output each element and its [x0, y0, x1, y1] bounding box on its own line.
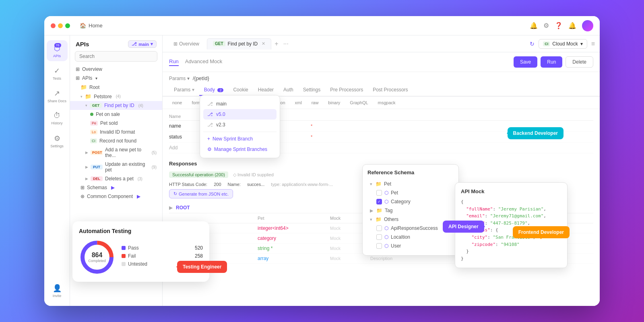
tab-get-find-pet[interactable]: GET Find pet by ID ✕	[207, 38, 271, 50]
req-actions: Save Run Delete	[514, 56, 593, 68]
sidebar-item-share-docs[interactable]: ↗ Share Docs	[47, 85, 68, 106]
sidebar-item-tests[interactable]: ✓ Tests	[47, 63, 68, 84]
advanced-mock-tab[interactable]: Advanced Mock	[185, 58, 223, 66]
nav-item-pet-sold[interactable]: Pe Pet sold	[70, 119, 162, 128]
ref-section-others-header[interactable]: ▾ 📁 Others	[367, 215, 454, 224]
close-icon[interactable]: ✕	[262, 41, 265, 46]
ref-item-location[interactable]: ⬡ Localtion	[367, 233, 454, 242]
nav-item-common-component[interactable]: ⊛ Common Component ▶	[70, 192, 162, 201]
nav-item-root[interactable]: 📁 Root	[70, 83, 162, 92]
nav-item-apis[interactable]: ⊞ APIs ▾	[70, 74, 162, 83]
params-tab[interactable]: Params ▾	[169, 85, 199, 96]
category-checkbox[interactable]: ✓	[376, 199, 382, 204]
model-icon: ⬡	[384, 190, 388, 196]
pet-folder-icon: 📁	[376, 181, 382, 187]
reference-schema-panel: Reference Schema ▾ 📁 Pet ⬡ Pet ✓ ⬡ Categ…	[362, 164, 459, 256]
location-checkbox[interactable]	[376, 234, 382, 240]
api-response-checkbox[interactable]	[376, 225, 382, 231]
cookie-tab[interactable]: Cookie	[228, 85, 253, 96]
bell-icon[interactable]: 🔔	[530, 22, 538, 29]
fmt-binary[interactable]: binary	[325, 99, 343, 106]
ref-section-tag-header[interactable]: ▶ 📁 Tag	[367, 206, 454, 215]
question-icon[interactable]: ❓	[555, 22, 563, 29]
testing-engineer-tooltip: Testing Engineer	[177, 261, 227, 273]
manage-sprint-branches-btn[interactable]: ⚙ Manage Sprint Branches	[203, 144, 277, 155]
add-tab-button[interactable]: +	[273, 39, 280, 49]
fmt-none[interactable]: none	[169, 99, 185, 106]
branch-selector[interactable]: ⎇ main ▾	[128, 40, 157, 48]
avatar[interactable]	[582, 20, 593, 31]
close-button[interactable]	[51, 23, 56, 28]
new-sprint-branch-btn[interactable]: + New Sprint Branch	[203, 134, 277, 144]
search-input[interactable]	[75, 51, 157, 62]
chevron-icon: ▾	[95, 76, 97, 80]
root-expand-icon[interactable]: ▶	[169, 205, 173, 211]
pet-checkbox[interactable]	[376, 190, 382, 196]
request-area: Run Advanced Mock Save Run Delete Params…	[163, 52, 600, 97]
generate-btn[interactable]: ↻ Generate from JSON etc.	[169, 189, 233, 198]
more-tabs-button[interactable]: ···	[282, 39, 290, 49]
url-input[interactable]	[193, 75, 593, 81]
api-mock-title: API Mock	[461, 188, 561, 194]
tests-icon: ✓	[54, 66, 60, 75]
notification-icon[interactable]: 🔔	[568, 22, 576, 29]
gear-icon[interactable]: ⚙	[543, 22, 549, 29]
user-checkbox[interactable]	[376, 243, 382, 249]
pre-processors-tab[interactable]: Pre Processors	[325, 85, 368, 96]
nav-item-schemas[interactable]: ⊞ Schemas ▶	[70, 183, 162, 192]
menu-icon[interactable]: ≡	[591, 40, 595, 47]
ref-item-pet[interactable]: ⬡ Pet	[367, 188, 454, 197]
sidebar-item-history[interactable]: ⏱ History	[47, 108, 68, 129]
refresh-icon[interactable]: ↻	[530, 41, 535, 47]
api-designer-tooltip: API Designer	[443, 221, 484, 233]
invalid-id-label: Invalid ID format	[100, 129, 135, 135]
ref-item-user[interactable]: ⬡ User	[367, 242, 454, 250]
fmt-raw[interactable]: raw	[308, 99, 322, 106]
tab-overview[interactable]: ⊞ Overview	[167, 38, 205, 50]
nav-item-record-not-found[interactable]: CI Record not found	[70, 136, 162, 145]
branch-item-main[interactable]: ⎇ main	[203, 99, 277, 109]
fmt-xml[interactable]: xml	[292, 99, 305, 106]
fmt-msgpack[interactable]: msgpack	[375, 99, 399, 106]
ref-item-category[interactable]: ✓ ⬡ Category	[367, 197, 454, 206]
cloud-mock-button[interactable]: CI Cloud Mock ▾	[539, 39, 587, 49]
field-id-type: integer<int64>	[258, 225, 330, 231]
model-icon: ⬡	[384, 243, 388, 249]
nav-item-put-update-pet[interactable]: ▶ PUT Update an existing pet (9)	[70, 160, 162, 174]
sidebar-item-apis[interactable]: ⬡ 76 APIs	[47, 40, 68, 61]
nav-item-get-find-pet[interactable]: ▾ GET Find pet by ID (4)	[70, 101, 162, 110]
nav-item-invalid-id[interactable]: Lo Invalid ID format	[70, 128, 162, 136]
minimize-button[interactable]	[58, 23, 63, 28]
auth-tab[interactable]: Auth	[279, 85, 298, 96]
sidebar-item-settings[interactable]: ⚙ Settings	[47, 130, 68, 151]
run-button[interactable]: Run	[541, 56, 562, 68]
response-status-badge: Successful operation (200)	[169, 171, 228, 178]
field-photo-mock: Mock	[330, 256, 370, 261]
backend-developer-tooltip: Backend Developer	[508, 127, 564, 139]
branch-item-v5[interactable]: ⎇ v5.0	[203, 109, 277, 120]
delete-button[interactable]: Delete	[566, 56, 593, 68]
body-tab[interactable]: Body 2	[199, 85, 229, 96]
nav-item-overview[interactable]: ⊞ Overview	[70, 65, 162, 74]
nav-item-del-delete-pet[interactable]: ▶ DEL Deletes a pet (3)	[70, 174, 162, 183]
settings-tab[interactable]: Settings	[298, 85, 325, 96]
header-tab[interactable]: Header	[253, 85, 279, 96]
nav-item-post-add-pet[interactable]: ▶ POST Add a new pet to the... (5)	[70, 145, 162, 160]
fmt-graphql[interactable]: GraphQL	[347, 99, 371, 106]
sidebar-item-invite[interactable]: 👤 Invite	[47, 280, 68, 301]
fail-dot	[122, 254, 126, 258]
ref-section-pet-header[interactable]: ▾ 📁 Pet	[367, 180, 454, 188]
nav-item-petstore[interactable]: ▾ 📁 Petstore (4)	[70, 92, 162, 101]
nav-item-pet-on-sale[interactable]: Pet on sale	[70, 110, 162, 119]
maximize-button[interactable]	[65, 23, 70, 28]
save-button[interactable]: Save	[514, 56, 537, 68]
post-processors-tab[interactable]: Post Processors	[368, 85, 413, 96]
ref-item-api-response[interactable]: ⬡ ApiResponseSuccess	[367, 224, 454, 233]
ref-others-label: Others	[384, 217, 398, 222]
schemas-icon: ⊞	[80, 185, 85, 190]
home-nav[interactable]: 🏠 Home	[80, 23, 103, 29]
branch-item-v23[interactable]: ⎇ v2.3	[203, 120, 277, 130]
run-tab[interactable]: Run	[169, 58, 179, 66]
pass-dot	[122, 246, 126, 250]
ci-badge: CI	[543, 41, 550, 46]
